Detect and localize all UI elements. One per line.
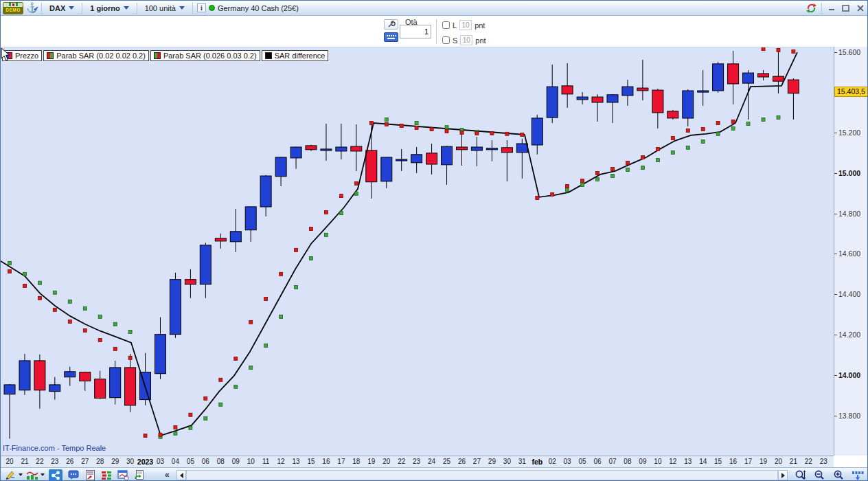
candle [532, 118, 542, 145]
candle [486, 148, 497, 150]
settings-wrench-button[interactable] [384, 19, 398, 30]
zoom-vertical-icon [795, 470, 807, 481]
candle [185, 280, 196, 284]
chart-area[interactable]: Prezzo Parab SAR (0.02 0.02 0.2) Parab S… [1, 47, 834, 456]
sar-red-dot [566, 185, 569, 188]
share-icon [51, 471, 60, 480]
price-chart[interactable] [1, 47, 834, 456]
symbol-dropdown[interactable]: DAX [46, 3, 78, 13]
candle [321, 149, 332, 150]
sar-green-dot [671, 150, 674, 154]
sar-red-dot [8, 270, 12, 273]
keyboard-order-button[interactable] [384, 32, 398, 42]
sar-red-dot [460, 131, 464, 135]
sar-red-dot [686, 128, 689, 132]
collapse-axis-button[interactable] [851, 469, 865, 481]
candle [34, 361, 45, 390]
candle [758, 74, 769, 77]
price-tick [834, 133, 837, 133]
candle [698, 91, 709, 92]
sar-red-dot [219, 378, 222, 381]
timeframe-dropdown[interactable]: 1 giorno [87, 3, 132, 13]
demo-mode-icon[interactable]: DEMO [3, 2, 23, 14]
left-arrow-icon [180, 473, 183, 478]
sar-green-dot [189, 426, 192, 429]
price-axis[interactable]: 15.60015.20015.00014.80014.60014.40014.2… [834, 47, 868, 456]
sar-green-dot [249, 366, 253, 369]
trading-platform-window: DEMO ⚓ ✔ DAX 1 giorno 100 unità i German… [0, 0, 868, 481]
price-tick [834, 416, 837, 416]
info-icon[interactable]: i [197, 3, 206, 12]
sar-green-dot [731, 126, 735, 130]
legend-item-sar-difference[interactable]: SAR difference [262, 50, 329, 61]
sar-red-dot [369, 122, 373, 125]
points-unit-label: pnt [475, 21, 485, 30]
candle [306, 146, 317, 150]
sar-red-dot [310, 227, 313, 231]
indicator-chart-button[interactable] [25, 469, 39, 481]
zoom-vertical-button[interactable] [794, 469, 808, 481]
legend-item-parab-sar-2[interactable]: Parab SAR (0.026 0.03 0.2) [150, 50, 260, 61]
sar-red-dot [521, 133, 524, 137]
minimize-button[interactable] [826, 3, 836, 12]
sar-red-dot [475, 132, 479, 135]
anchor-icon[interactable]: ⚓ ✔ [26, 1, 37, 14]
sar-red-dot [716, 122, 720, 125]
candle [4, 385, 15, 394]
sar-green-dot [445, 126, 448, 129]
sar-green-dot [641, 166, 644, 169]
price-axis-label: 14.800 [838, 210, 860, 218]
export-icon [135, 470, 144, 480]
units-dropdown[interactable]: 100 unità [141, 3, 188, 13]
sar-green-dot [113, 322, 117, 326]
sar-green-dot [8, 261, 12, 265]
chat-button[interactable] [67, 469, 80, 481]
chart-window-button[interactable] [116, 469, 130, 481]
sar-green-dot [339, 212, 343, 215]
short-label: S [453, 36, 457, 45]
news-document-button[interactable] [83, 469, 97, 481]
close-button[interactable] [855, 3, 865, 12]
short-points-input[interactable] [460, 35, 472, 45]
sar-red-dot [777, 48, 780, 52]
collapse-toolbar-button[interactable]: « [165, 470, 170, 480]
candle [637, 88, 648, 91]
candle [95, 379, 106, 399]
zoom-in-button[interactable] [832, 469, 845, 481]
candle [607, 95, 618, 102]
price-axis-label: 15.200 [838, 128, 860, 137]
chevron-down-icon[interactable] [41, 473, 45, 476]
candle [411, 155, 422, 163]
scroll-right-button[interactable] [778, 470, 788, 480]
sar-red-dot [536, 197, 539, 200]
sar-red-dot [596, 171, 599, 175]
draw-tools-button[interactable] [3, 469, 17, 481]
price-axis-label: 15.600 [838, 48, 860, 56]
legend-item-price[interactable]: Prezzo [2, 50, 42, 61]
candle [351, 146, 362, 151]
sar-green-dot [581, 183, 584, 186]
refresh-sync-icon[interactable] [806, 3, 817, 14]
chevron-down-icon[interactable] [19, 473, 23, 476]
sar-green-dot [762, 118, 765, 122]
chart-legend: Prezzo Parab SAR (0.02 0.02 0.2) Parab S… [2, 50, 328, 61]
scroll-left-button[interactable] [176, 470, 186, 480]
sar-red-dot [324, 210, 328, 214]
maximize-button[interactable] [841, 3, 851, 12]
zoom-out-button[interactable] [812, 469, 826, 481]
candle [110, 368, 121, 398]
candle [667, 111, 678, 118]
short-checkbox[interactable] [442, 36, 450, 44]
pencil-icon [5, 470, 16, 480]
export-document-button[interactable] [133, 469, 146, 481]
time-scrollbar[interactable] [186, 470, 778, 480]
sar-green-dot [204, 416, 207, 420]
long-points-input[interactable] [459, 20, 472, 30]
time-axis[interactable]: 2021222326272829302023030405060809101112… [1, 456, 834, 467]
legend-item-parab-sar-1[interactable]: Parab SAR (0.02 0.02 0.2) [43, 50, 149, 61]
share-button[interactable] [49, 469, 62, 481]
order-book-button[interactable] [100, 469, 113, 481]
sar-red-dot [354, 181, 358, 185]
quantity-input[interactable] [400, 25, 431, 38]
long-checkbox[interactable] [442, 21, 450, 29]
